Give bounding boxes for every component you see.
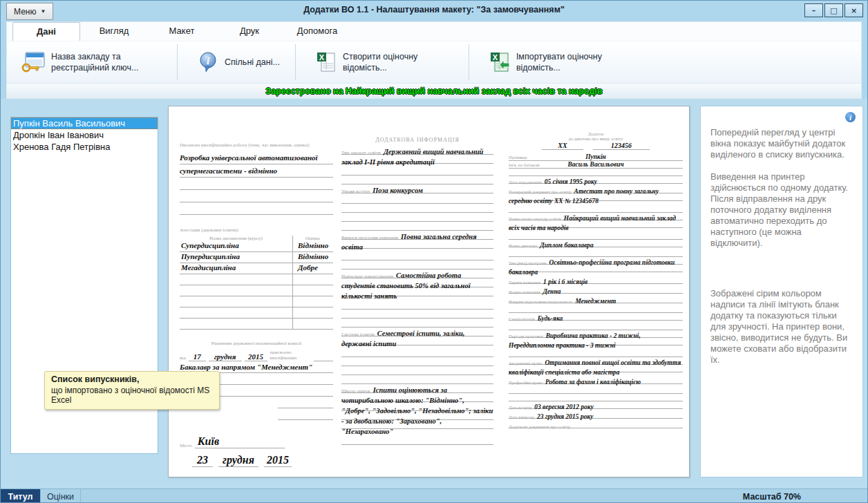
doc-field-label: Навчальне навантаження (341, 274, 393, 279)
status-tab-grades[interactable]: Оцінки (41, 489, 81, 503)
tooltip-title: Список випускників, (51, 374, 213, 384)
attestation-label: Атестація (державні іспити): (180, 227, 239, 233)
status-tab-title[interactable]: Титул (1, 489, 41, 503)
help-paragraphs: Попередній перегляд у центрі вікна показ… (710, 127, 854, 366)
doc-field-label: Форма навчання (509, 290, 540, 294)
excel-import-icon: X (489, 51, 511, 73)
help-paragraph: Попередній перегляд у центрі вікна показ… (710, 127, 854, 160)
issue-year: 2015 (264, 454, 292, 467)
toolbar-separator (295, 44, 296, 80)
additional-info-header: ДОДАТКОВА ІНФОРМАЦІЯ (375, 137, 460, 143)
col2-fields: Тип закладу освіти Державний вищий навча… (341, 146, 493, 445)
subjects-header-grade: Оцінка (292, 236, 333, 241)
doc-field: Додаткові документи про освіту (509, 421, 683, 430)
subjects-table: Назва дисципліни (курсу) Оцінка Супердис… (180, 236, 333, 330)
table-row (180, 319, 333, 330)
decision-day: 17 (189, 352, 206, 361)
tab-3[interactable]: Друк (216, 22, 283, 41)
subjects-rows: СупердисциплінаВідмінноПупердисциплінаВі… (180, 241, 333, 330)
doc-field-value: Пупкін (509, 153, 683, 161)
window-key-icon (21, 51, 46, 73)
subjects-table-header: Назва дисципліни (курсу) Оцінка (180, 236, 333, 241)
doc-field-value: Менеджмент (575, 298, 616, 305)
doc-field-label: Періоди практики (509, 334, 543, 339)
blank-lines (509, 350, 683, 357)
doc-field: Академічні права Отримання повної вищої … (509, 357, 683, 377)
list-item[interactable]: Хренова Гадя Петрівна (11, 141, 158, 153)
work-value: Розробка універсальної автоматизованої с… (180, 151, 333, 178)
common-data-button[interactable]: i Спільні дані... (187, 48, 290, 76)
decision-month: грудня (209, 352, 242, 361)
blank-lines (509, 386, 683, 401)
tab-1[interactable]: Вигляд (80, 22, 148, 41)
doc-field-value: 23 грудня 2015 року (537, 413, 593, 420)
doc-field-label: Спеціалізація (509, 316, 535, 321)
blank-lines (509, 205, 683, 213)
doc-field: Назва диплома Диплом бакалавра (509, 240, 683, 257)
city-value: Київ (195, 435, 285, 448)
qualification-label: присвоєно кваліфікацію (270, 350, 311, 361)
list-item[interactable]: Пупкін Василь Васильович (11, 117, 158, 129)
regnum-line: Реєстраційний номер 1 (180, 477, 333, 477)
doc-field-label: Академічні права (509, 361, 542, 366)
close-button[interactable]: × (845, 3, 863, 17)
toolbar-button-label: Створити оціночну відомість... (343, 51, 453, 74)
decision-year: 2015 (245, 352, 267, 361)
doc-column-middle: ДОДАТКОВА ІНФОРМАЦІЯ Тип закладу освіти … (341, 137, 493, 445)
doc-field-label: Прізвище (509, 155, 527, 160)
doc-field-value: Поза конкурсом (372, 187, 423, 194)
import-sheet-button[interactable]: X Імпортувати оціночну відомість... (479, 48, 636, 77)
toolbar-button-label: Назва закладу та реєстраційний ключ... (51, 51, 162, 74)
tab-2[interactable]: Макет (148, 22, 216, 41)
decision-label: Рішенням державної екзаменаційної комісі… (211, 341, 301, 346)
supplement-header-line1: Додаток (509, 131, 683, 136)
app-window: Меню ▼ Додатки ВО 1.1 - Налаштування мак… (0, 0, 868, 503)
doc-field-label: Ім'я, по батькові (509, 162, 540, 167)
help-panel: i Попередній перегляд у центрі вікна пок… (700, 106, 863, 477)
col3-fields: Прізвище ПупкінІм'я, по батькові Василь … (509, 153, 683, 430)
blank-lines (509, 232, 683, 240)
toolbar-button-label: Спільні дані... (225, 57, 280, 68)
subjects-header-name: Назва дисципліни (курсу) (180, 236, 292, 241)
toolbar-separator (469, 44, 469, 80)
titlebar: Меню ▼ Додатки ВО 1.1 - Налаштування мак… (1, 1, 867, 21)
doc-field-label: Дата народження (509, 180, 542, 184)
doc-field: Форма навчання Денна (509, 286, 683, 296)
status-bar: Титул Оцінки Масштаб 70% (1, 488, 867, 503)
decision-date-line: від 17 грудня 2015 присвоєно кваліфікаці… (180, 350, 333, 361)
doc-field: Прізвище Пупкін (509, 153, 683, 161)
blank-lines (341, 436, 493, 445)
city-label: Місто (180, 443, 192, 448)
help-paragraph: Зображені сірим кольором надписи та ліні… (710, 288, 854, 366)
doc-field: Шкала оцінок Іспити оцінюються за чотири… (341, 384, 493, 445)
doc-field-label: Вимоги програми навчання (341, 235, 398, 240)
table-row: СупердисциплінаВідмінно (180, 241, 333, 252)
tab-0[interactable]: Дані (12, 22, 80, 41)
client-area: Пупкін Василь ВасильовичДропкін Іван Іва… (1, 99, 867, 488)
blank-lines (341, 167, 493, 184)
doc-field-label: Тип (вид) програми (509, 260, 547, 265)
doc-field-label: Тип закладу освіти (341, 150, 381, 155)
info-icon: i (845, 112, 856, 122)
institution-key-button[interactable]: Назва закладу та реєстраційний ключ... (11, 48, 171, 77)
maximize-button[interactable]: □ (824, 3, 843, 17)
supplement-header: Додаток до диплома про вищу освіту XX 12… (509, 131, 683, 150)
doc-field-label: Дата вступу (509, 405, 531, 410)
list-item[interactable]: Дропкін Іван Іванович (11, 129, 158, 141)
window-controls: – □ × (803, 3, 863, 17)
toolbar: Назва закладу та реєстраційний ключ... i… (6, 41, 862, 84)
from-label: від (180, 355, 186, 361)
doc-column-left: Письмова кваліфікаційна робота (тема, ча… (180, 137, 333, 477)
doc-field-label: Назва диплома (509, 243, 537, 248)
create-sheet-button[interactable]: X Створити оціночну відомість... (305, 48, 463, 77)
doc-field-value: Диплом бакалавра (540, 242, 593, 249)
minimize-button[interactable]: – (804, 3, 823, 17)
doc-field-label: Термін навчання (509, 280, 540, 285)
doc-field-label: Дата випуску (509, 415, 534, 419)
tab-4[interactable]: Допомога (283, 22, 351, 41)
doc-field-label: Професійні права (509, 380, 542, 385)
doc-field-label: Додаткові документи про освіту (509, 424, 570, 429)
registration-banner: Зареєстровано на Найкращий вищий навчаль… (6, 84, 862, 99)
doc-field-label: Напрям підготовки/спеціальність (509, 299, 572, 304)
blank-lines (341, 252, 493, 269)
